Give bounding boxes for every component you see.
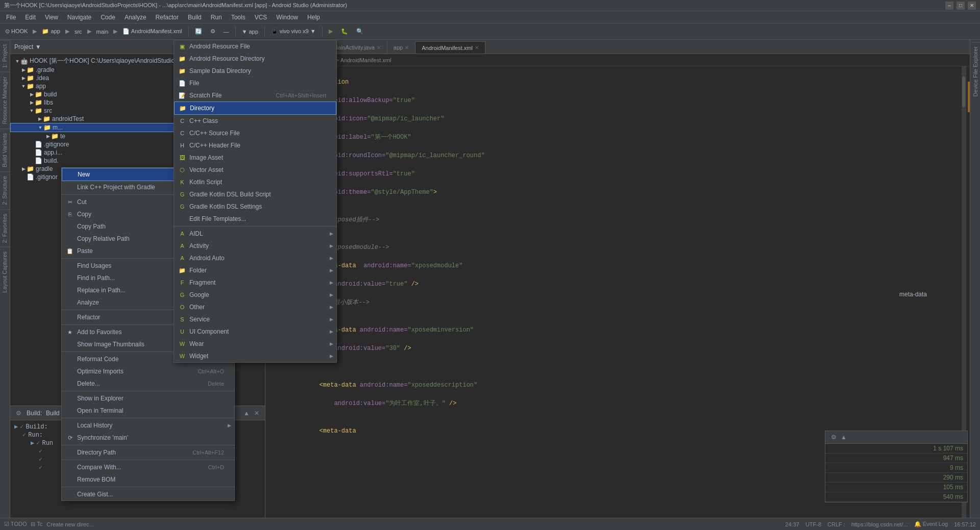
- menu-run[interactable]: Run: [207, 13, 226, 22]
- submenu1-item-service[interactable]: S Service: [174, 313, 336, 325]
- sidebar-tab-resource[interactable]: Resource Manager: [0, 72, 10, 129]
- ctx-item-dirpath[interactable]: Directory Path Ctrl+Alt+F12: [62, 446, 234, 459]
- debug-btn[interactable]: 🐛: [338, 26, 351, 38]
- submenu1-item-directory[interactable]: 📁 Directory: [174, 102, 336, 115]
- menu-help[interactable]: Help: [303, 13, 324, 22]
- toolbar-src-btn[interactable]: src: [71, 26, 85, 38]
- submenu1-item-activity[interactable]: A Activity: [174, 240, 336, 252]
- toolbar-collapse-btn[interactable]: —: [220, 26, 232, 38]
- menu-build[interactable]: Build: [184, 13, 206, 22]
- new-submenu: ▣ Android Resource File 📁 Android Resour…: [174, 40, 337, 363]
- menu-navigate[interactable]: Navigate: [63, 13, 95, 22]
- submenu1-item-other[interactable]: O Other: [174, 301, 336, 313]
- submenu1-item-kotlinscript[interactable]: K Kotlin Script: [174, 176, 336, 188]
- build-gear-icon[interactable]: ⚙: [14, 409, 22, 417]
- ctx-item-localhistory[interactable]: Local History: [62, 419, 234, 432]
- menu-window[interactable]: Window: [272, 13, 302, 22]
- submenu1-item-wear[interactable]: W Wear: [174, 338, 336, 350]
- ctx-item-openinterminal[interactable]: Open in Terminal: [62, 405, 234, 417]
- submenu1-item-androidresfile[interactable]: ▣ Android Resource File: [174, 40, 336, 53]
- sidebar-tab-build-variants[interactable]: Build Variants: [0, 129, 10, 171]
- cppclass-icon: C: [178, 117, 186, 125]
- sidebar-tab-captures[interactable]: Layout Captures: [0, 247, 10, 297]
- submenu1-item-sampledatadir[interactable]: 📁 Sample Data Directory: [174, 65, 336, 77]
- toolbar-main-btn[interactable]: main: [93, 26, 112, 38]
- menu-vcs[interactable]: VCS: [251, 13, 272, 22]
- submenu1-androidresdir-label: Android Resource Directory: [189, 55, 264, 62]
- submenu1-item-imageasset[interactable]: 🖼 Image Asset: [174, 152, 336, 164]
- linkcpp-icon: [66, 183, 74, 191]
- toolbar-app-btn[interactable]: 📁 app: [39, 26, 63, 38]
- sidebar-tab-structure[interactable]: 2: Structure: [0, 171, 10, 209]
- submenu1-item-fragment[interactable]: F Fragment: [174, 276, 336, 289]
- menu-edit[interactable]: Edit: [21, 13, 40, 22]
- menu-view[interactable]: View: [41, 13, 62, 22]
- ctx-item-creategist[interactable]: Create Gist...: [62, 488, 234, 500]
- submenu1-item-gradlesettingsdsl[interactable]: G Gradle Kotlin DSL Settings: [174, 200, 336, 213]
- menu-analyze[interactable]: Analyze: [120, 13, 151, 22]
- submenu1-item-gradlebuilddsl[interactable]: G Gradle Kotlin DSL Build Script: [174, 188, 336, 200]
- menu-tools[interactable]: Tools: [227, 13, 250, 22]
- new-icon: [66, 170, 75, 179]
- te-arrow-icon: ▶: [45, 134, 51, 139]
- submenu1-item-folder[interactable]: 📁 Folder: [174, 264, 336, 276]
- submenu1-item-scratchfile[interactable]: 📝 Scratch File Ctrl+Alt+Shift+Insert: [174, 89, 336, 102]
- toolbar-settings-btn[interactable]: ⚙: [207, 26, 218, 38]
- tab-mainactivity-close[interactable]: ✕: [377, 45, 381, 51]
- submenu1-item-widget[interactable]: W Widget: [174, 350, 336, 362]
- tab-androidmanifest-close[interactable]: ✕: [475, 45, 479, 51]
- optimizeimports-icon: [66, 367, 74, 375]
- timing-collapse-icon[interactable]: ▲: [840, 433, 848, 441]
- create-dir-text: Create new direc...: [46, 521, 93, 527]
- submenu1-item-aidl[interactable]: A AIDL: [174, 228, 336, 240]
- submenu1-item-uicomponent[interactable]: U UI Component: [174, 325, 336, 338]
- maximize-button[interactable]: □: [957, 2, 965, 10]
- submenu1-item-editfiletemplates[interactable]: Edit File Templates...: [174, 213, 336, 225]
- ctx-item-removebom[interactable]: Remove BOM: [62, 473, 234, 486]
- submenu1-item-file[interactable]: 📄 File: [174, 77, 336, 89]
- status-todo[interactable]: ☑ TODO: [4, 521, 27, 527]
- submenu1-item-androidauto[interactable]: A Android Auto: [174, 252, 336, 264]
- ctx-item-delete[interactable]: Delete... Delete: [62, 377, 234, 390]
- ctx-item-showinexplorer[interactable]: Show in Explorer: [62, 392, 234, 405]
- ctx-item-synchronize[interactable]: ⟳ Synchronize 'main': [62, 432, 234, 444]
- tab-app[interactable]: app ✕: [387, 41, 415, 54]
- device-selector-btn[interactable]: 📱 vivo vivo x9 ▼: [268, 26, 319, 38]
- toolbar-hook-btn[interactable]: ⊙ HOOK: [2, 26, 31, 38]
- toolbar-refresh-btn[interactable]: 🔄: [192, 26, 205, 38]
- timing-value-4: 290 ms: [943, 474, 963, 481]
- timing-value-6: 540 ms: [943, 493, 963, 500]
- ctx-item-optimizeimports[interactable]: Optimize Imports Ctrl+Alt+O: [62, 365, 234, 377]
- build-collapse-btn[interactable]: ▲: [242, 409, 251, 417]
- menu-file[interactable]: File: [2, 13, 20, 22]
- close-button[interactable]: ✕: [968, 2, 976, 10]
- ctx-item-comparewith[interactable]: Compare With... Ctrl+D: [62, 461, 234, 473]
- ctx-linkcpp-label: Link C++ Project with Gradle: [77, 184, 155, 191]
- timing-gear-icon[interactable]: ⚙: [829, 433, 838, 441]
- sidebar-tab-favorites[interactable]: 2: Favorites: [0, 209, 10, 247]
- submenu1-item-cppheader[interactable]: H C/C++ Header File: [174, 139, 336, 152]
- submenu1-item-vectorasset[interactable]: ⬡ Vector Asset: [174, 164, 336, 176]
- menu-code[interactable]: Code: [96, 13, 119, 22]
- submenu1-item-cppclass[interactable]: C C++ Class: [174, 115, 336, 127]
- toolbar-manifest-btn[interactable]: 📄 AndroidManifest.xml: [119, 26, 185, 38]
- submenu1-item-androidresdir[interactable]: 📁 Android Resource Directory: [174, 53, 336, 65]
- submenu1-item-cppsource[interactable]: C C/C++ Source File: [174, 127, 336, 139]
- event-log-btn[interactable]: 🔔 Event Log: [914, 521, 948, 527]
- sidebar-tab-device-explorer[interactable]: Device File Explorer: [971, 42, 980, 100]
- minimize-button[interactable]: –: [945, 2, 953, 10]
- menu-refactor[interactable]: Refactor: [152, 13, 183, 22]
- search-everywhere-btn[interactable]: 🔍: [353, 26, 366, 38]
- sidebar-tab-project[interactable]: 1: Project: [0, 40, 10, 72]
- gitignore-file-icon: 📄: [35, 141, 42, 148]
- submenu1-item-google[interactable]: G Google: [174, 289, 336, 301]
- build-close-btn[interactable]: ✕: [253, 409, 261, 417]
- ctx-analyze-label: Analyze: [77, 299, 99, 306]
- tab-androidmanifest[interactable]: AndroidManifest.xml ✕: [415, 41, 485, 54]
- submenu1-gradlebuilddsl-label: Gradle Kotlin DSL Build Script: [189, 191, 271, 198]
- run-config-btn[interactable]: ▼ app: [239, 26, 261, 38]
- tab-app-close[interactable]: ✕: [405, 45, 409, 51]
- ctx-optimizeimports-shortcut: Ctrl+Alt+O: [188, 368, 224, 374]
- run-btn[interactable]: ▶: [326, 26, 336, 38]
- status-terminal[interactable]: ⊟ Tc: [31, 521, 42, 527]
